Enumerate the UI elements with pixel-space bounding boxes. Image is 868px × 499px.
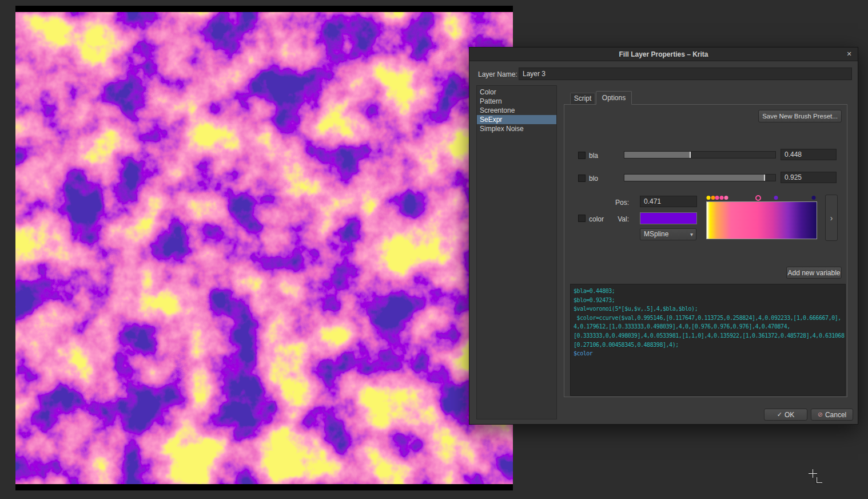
- fill-layer-properties-dialog: Fill Layer Properties – Krita ✕ Layer Na…: [469, 47, 858, 425]
- script-line: [0.333333,0,0.498039],4,0.0533981,[1,1,0…: [574, 331, 842, 340]
- cancel-slash-icon: ⊘: [818, 411, 823, 418]
- bla-label: bla: [589, 152, 598, 160]
- krita-screen: Fill Layer Properties – Krita ✕ Layer Na…: [0, 0, 868, 499]
- chevron-down-icon: ▾: [690, 229, 693, 240]
- bla-slider-fill: [624, 152, 691, 158]
- bla-checkbox[interactable]: [578, 152, 586, 159]
- generator-list: Color Pattern Screentone SeExpr Simplex …: [476, 85, 557, 419]
- pos-value-spinbox[interactable]: 0.471: [640, 196, 697, 207]
- gradient-stop-marker[interactable]: [774, 196, 778, 200]
- blo-label: blo: [589, 175, 598, 183]
- gradient-stop-marker[interactable]: [711, 196, 715, 200]
- canvas-noise-texture: [15, 12, 513, 484]
- gradient-stop-marker[interactable]: [720, 196, 724, 200]
- gradient-stop-marker[interactable]: [715, 196, 719, 200]
- check-icon: ✓: [777, 411, 782, 418]
- close-icon[interactable]: ✕: [845, 49, 854, 58]
- gradient-stop-row: [706, 195, 817, 201]
- blo-slider-fill: [624, 175, 765, 181]
- val-color-swatch[interactable]: [640, 212, 697, 224]
- script-line: 4,0.179612,[1,0.333333,0.498039],4,0,[0.…: [574, 322, 842, 331]
- script-line: $blo=0.92473;: [574, 296, 842, 305]
- cancel-button[interactable]: ⊘ Cancel: [811, 409, 853, 421]
- script-line: $color=ccurve($val,0.995146,[0.117647,0.…: [574, 314, 842, 323]
- ramp-next-button[interactable]: ›: [825, 195, 838, 241]
- cursor-crosshair: [809, 469, 823, 484]
- canvas-area[interactable]: [15, 6, 513, 490]
- blo-slider[interactable]: [624, 174, 776, 181]
- generator-item-simplex-noise[interactable]: Simplex Noise: [477, 124, 556, 133]
- crosshair-horizontal-line: [809, 473, 817, 474]
- generator-item-seexpr[interactable]: SeExpr: [477, 115, 556, 124]
- script-line: [0.27106,0.00458345,0.488398],4);: [574, 340, 842, 350]
- cursor-tool-badge-icon: [817, 477, 822, 483]
- bla-slider[interactable]: [624, 151, 776, 159]
- gradient-stop-marker[interactable]: [724, 196, 728, 200]
- gradient-ramp-widget[interactable]: [703, 195, 820, 241]
- script-line: $color: [574, 349, 842, 358]
- color-label: color: [589, 215, 604, 223]
- pos-label: Pos:: [609, 199, 629, 207]
- seexpr-script-editor[interactable]: $bla=0.44803; $blo=0.92473; $val=voronoi…: [570, 284, 846, 396]
- dialog-titlebar[interactable]: Fill Layer Properties – Krita ✕: [469, 47, 858, 61]
- bla-value-spinbox[interactable]: 0.448: [781, 149, 837, 160]
- gradient-ramp[interactable]: [706, 201, 817, 239]
- tab-options[interactable]: Options: [596, 91, 632, 105]
- layer-name-input[interactable]: [519, 68, 852, 80]
- dialog-title: Fill Layer Properties – Krita: [469, 50, 858, 58]
- interpolation-value: MSpline: [644, 230, 668, 238]
- script-line: $val=voronoi(5*[$u,$v,.5],4,$bla,$blo);: [574, 304, 842, 314]
- chevron-right-icon: ›: [830, 213, 833, 223]
- gradient-stop-marker[interactable]: [812, 196, 816, 200]
- add-new-variable-button[interactable]: Add new variable: [786, 267, 842, 279]
- generator-item-pattern[interactable]: Pattern: [477, 97, 556, 106]
- cancel-button-label: Cancel: [825, 411, 846, 419]
- generator-item-color[interactable]: Color: [477, 88, 556, 97]
- layer-name-label: Layer Name:: [478, 70, 517, 78]
- ok-button-label: OK: [785, 411, 794, 419]
- color-checkbox[interactable]: [578, 215, 586, 222]
- gradient-stop-marker[interactable]: [755, 195, 761, 201]
- save-new-brush-preset-button[interactable]: Save New Brush Preset...: [758, 110, 842, 122]
- generator-item-screentone[interactable]: Screentone: [477, 106, 556, 115]
- options-panel: Save New Brush Preset... bla 0.448 blo 0…: [564, 104, 847, 397]
- val-label: Val:: [609, 215, 629, 223]
- tab-script[interactable]: Script: [570, 93, 595, 105]
- script-line: $bla=0.44803;: [574, 287, 842, 296]
- interpolation-dropdown[interactable]: MSpline ▾: [640, 228, 696, 240]
- gradient-stop-marker[interactable]: [706, 196, 710, 200]
- ok-button[interactable]: ✓ OK: [764, 409, 807, 421]
- blo-checkbox[interactable]: [578, 175, 586, 182]
- crosshair-vertical-line: [813, 469, 813, 478]
- blo-value-spinbox[interactable]: 0.925: [781, 172, 837, 183]
